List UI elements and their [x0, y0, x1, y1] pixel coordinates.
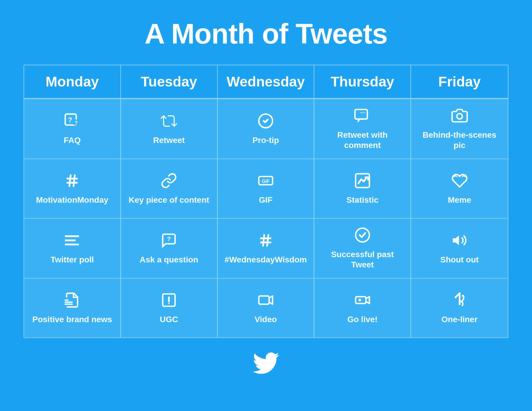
retweet-icon [161, 113, 177, 132]
cell-twitter-poll-label: Twitter poll [51, 254, 94, 265]
cell-ask-question-label: Ask a question [140, 254, 198, 265]
golive-icon [354, 292, 371, 311]
protip-icon [257, 113, 274, 132]
header-monday: Monday [24, 65, 121, 98]
cell-gif: GIF GIF [218, 159, 315, 218]
svg-line-25 [263, 234, 265, 247]
header-thursday: Thursday [314, 65, 411, 98]
cell-go-live-label: Go live! [347, 314, 378, 325]
newspaper-icon [64, 292, 80, 311]
cell-ugc: ! UGC [121, 279, 218, 337]
cell-meme-label: Meme [448, 195, 471, 205]
oneliner-icon [451, 292, 468, 311]
cell-retweet-comment-label: Retweet with comment [319, 130, 406, 150]
cell-behind-scenes-label: Behind-the-scenes pic [416, 130, 503, 150]
cell-one-liner: One-liner [411, 279, 508, 337]
svg-text:?: ? [75, 120, 78, 125]
svg-text:?: ? [167, 235, 171, 242]
svg-text:": " [360, 111, 363, 118]
cell-protip: Pro-tip [218, 99, 315, 159]
cell-protip-label: Pro-tip [252, 135, 279, 145]
cell-retweet: Retweet [121, 99, 218, 159]
cell-key-content: Key piece of content [121, 159, 218, 218]
calendar-grid: Monday Tuesday Wednesday Thursday Friday… [24, 65, 508, 338]
cell-video: Video [218, 279, 315, 337]
cell-wednesday-wisdom: #WednesdayWisdom [218, 219, 315, 278]
svg-line-11 [69, 174, 71, 187]
cell-wednesday-wisdom-label: #WednesdayWisdom [225, 254, 307, 265]
svg-point-19 [65, 235, 67, 237]
cell-twitter-poll: Twitter poll [24, 219, 121, 278]
grid-row-1: ? ? FAQ Retweet Pr [24, 99, 508, 159]
shoutout-icon [451, 232, 468, 251]
hashtag2-icon [257, 232, 274, 251]
cell-successful-tweet: Successful past Tweet [314, 219, 411, 278]
statistic-icon [354, 172, 371, 191]
cell-ugc-label: UGC [160, 314, 178, 325]
cell-key-content-label: Key piece of content [129, 195, 209, 205]
cell-one-liner-label: One-liner [441, 314, 478, 325]
cell-statistic-label: Statistic [346, 195, 378, 205]
grid-row-4: Positive brand news ! UGC Vid [24, 278, 508, 337]
grid-row-3: Twitter poll ? Ask a question [24, 218, 508, 278]
retweet-comment-icon: " " [354, 107, 371, 126]
cell-motivation-monday-label: MotivationMonday [36, 195, 109, 205]
svg-marker-34 [269, 296, 273, 304]
svg-line-12 [74, 174, 75, 187]
svg-marker-28 [453, 235, 459, 245]
header-tuesday: Tuesday [121, 65, 218, 98]
svg-text:": " [363, 111, 365, 118]
cell-go-live: Go live! [314, 279, 411, 337]
header-row: Monday Tuesday Wednesday Thursday Friday [24, 65, 508, 99]
ugc-icon: ! [161, 292, 177, 311]
cell-shout-out: Shout out [411, 219, 508, 278]
svg-point-8 [457, 114, 462, 119]
page-title: A Month of Tweets [144, 18, 388, 50]
cell-brand-news-label: Positive brand news [32, 314, 112, 325]
cell-meme: Meme [411, 159, 508, 218]
svg-marker-36 [366, 297, 369, 303]
cell-successful-tweet-label: Successful past Tweet [319, 249, 406, 270]
camera-icon [451, 107, 468, 126]
cell-ask-question: ? Ask a question [121, 219, 218, 278]
cell-motivation-monday: MotivationMonday [24, 159, 121, 218]
hashtag-icon [64, 172, 80, 191]
cell-shout-out-label: Shout out [440, 254, 479, 265]
svg-point-32 [168, 303, 170, 304]
svg-line-26 [267, 234, 269, 247]
video-icon [257, 292, 274, 311]
cell-behind-scenes: Behind-the-scenes pic [411, 99, 508, 159]
svg-text:?: ? [68, 116, 72, 124]
svg-point-21 [65, 243, 67, 245]
cell-video-label: Video [255, 314, 277, 325]
poll-icon [64, 232, 80, 251]
gif-icon: GIF [257, 172, 274, 191]
cell-retweet-label: Retweet [153, 135, 185, 145]
faq-icon: ? ? [64, 113, 80, 132]
meme-icon [451, 172, 468, 191]
question-icon: ? [161, 232, 177, 251]
grid-row-2: MotivationMonday Key piece of content GI… [24, 159, 508, 218]
cell-faq-label: FAQ [64, 135, 81, 145]
header-friday: Friday [411, 65, 508, 98]
cell-statistic: Statistic [314, 159, 411, 218]
cell-faq: ? ? FAQ [24, 99, 121, 159]
cell-gif-label: GIF [259, 195, 273, 205]
cell-brand-news: Positive brand news [24, 279, 121, 337]
checkmark-icon [354, 227, 371, 246]
twitter-logo [253, 352, 279, 380]
link-icon [161, 172, 177, 191]
svg-text:GIF: GIF [262, 179, 270, 184]
svg-point-20 [65, 239, 67, 241]
svg-rect-33 [259, 296, 269, 304]
cell-retweet-comment: " " Retweet with comment [314, 99, 411, 159]
header-wednesday: Wednesday [218, 65, 315, 98]
svg-point-37 [358, 299, 361, 301]
